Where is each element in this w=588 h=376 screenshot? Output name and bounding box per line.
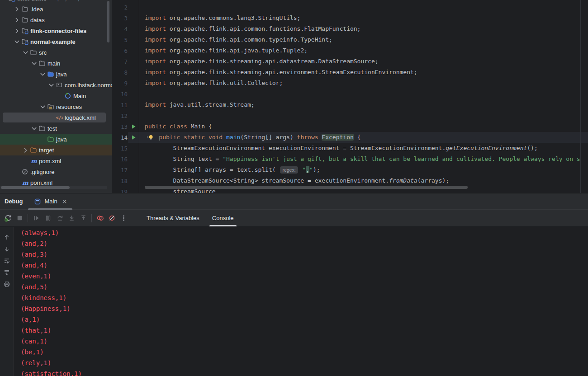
tree-item-label: Main	[73, 93, 86, 99]
code-line-14[interactable]: public static void main(String[] args) t…	[145, 132, 588, 143]
code-line-11[interactable]: import java.util.stream.Stream;	[145, 99, 588, 110]
folder-icon	[29, 49, 38, 56]
more-button[interactable]	[118, 212, 129, 224]
gutter-icon-slot	[130, 47, 137, 54]
tree-item-target[interactable]: target	[0, 145, 112, 155]
code-line-6[interactable]: import org.apache.flink.api.java.tuple.T…	[145, 45, 588, 56]
tree-item-src[interactable]: src	[0, 47, 112, 58]
code-line-4[interactable]: import org.apache.flink.api.common.funct…	[145, 24, 588, 34]
debugger-view-tabs: Threads & VariablesConsole	[143, 210, 243, 226]
soft-wrap-button[interactable]	[1, 255, 12, 267]
tab-console[interactable]: Console	[209, 210, 237, 226]
tree-item-flink-connector-files[interactable]: flink-connector-files	[0, 25, 112, 36]
tree-item-project-root[interactable]: flink-demo D:\projects\java\flink-demo	[0, 0, 112, 4]
gutter-icon-slot	[130, 166, 137, 174]
tree-item-com-lhstack-norma[interactable]: com.lhstack.norma	[0, 80, 112, 90]
tree-item-java[interactable]: java	[0, 69, 112, 80]
tree-item-datas[interactable]: datas	[0, 14, 112, 25]
tree-item-logback-xml[interactable]: </>logback.xml	[0, 112, 112, 123]
gutter-icon-slot	[130, 58, 137, 65]
chevron-down-icon[interactable]	[39, 70, 47, 78]
close-icon[interactable]: ✕	[62, 198, 67, 205]
chevron-right-icon[interactable]	[13, 16, 21, 24]
gutter-line-15: 15	[112, 143, 139, 154]
resources-folder-icon	[47, 103, 55, 110]
print-button[interactable]	[1, 278, 12, 290]
console-output[interactable]: (always,1)(and,2)(and,3)(and,4)(even,1)(…	[14, 227, 588, 376]
chevron-down-icon[interactable]	[13, 38, 21, 45]
code-line-7[interactable]: import org.apache.flink.streaming.api.da…	[145, 56, 588, 67]
project-tree-horizontal-scrollbar[interactable]	[1, 186, 70, 189]
chevron-down-icon[interactable]	[47, 81, 55, 89]
chevron-right-icon[interactable]	[22, 146, 29, 154]
code-token: throws	[297, 134, 322, 141]
console-line: (and,5)	[21, 282, 588, 292]
tree-item-pom-xml[interactable]: mpom.xml	[0, 155, 112, 166]
arrow-down-button[interactable]	[1, 243, 12, 255]
debug-header: Debug Main ✕	[0, 193, 588, 210]
maven-icon: m	[21, 179, 29, 186]
gutter-line-12: 12	[112, 110, 139, 121]
intention-bulb-icon[interactable]	[146, 134, 154, 141]
chevron-down-icon[interactable]	[30, 125, 38, 132]
gutter-icon-slot	[130, 25, 137, 33]
gutter-icon-slot	[130, 80, 137, 87]
tree-item-main[interactable]: Main	[0, 90, 112, 101]
code-line-8[interactable]: import org.apache.flink.streaming.api.en…	[145, 67, 588, 78]
svg-text:m: m	[31, 158, 37, 164]
code-line-12[interactable]	[145, 110, 588, 121]
gutter-line-5: 5	[112, 34, 139, 45]
tree-item-java[interactable]: java	[0, 134, 112, 145]
run-line-icon[interactable]	[130, 134, 137, 141]
arrow-up-button[interactable]	[1, 231, 12, 243]
code-editor[interactable]: 2345678910111213141516171819 import org.…	[112, 0, 588, 193]
editor-horizontal-scrollbar[interactable]	[145, 186, 468, 189]
scroll-end-button[interactable]	[1, 267, 12, 278]
code-line-2[interactable]	[145, 2, 588, 13]
project-tree-vertical-scrollbar[interactable]	[107, 1, 109, 42]
code-token: import	[145, 36, 170, 43]
debug-session-tab-main[interactable]: Main ✕	[28, 193, 72, 209]
code-line-13[interactable]: public class Main {	[145, 121, 588, 132]
tree-item--idea[interactable]: .idea	[0, 4, 112, 14]
debug-window-title: Debug	[5, 198, 23, 205]
code-line-18[interactable]: DataStreamSource<String> streamSource = …	[145, 175, 588, 186]
chevron-down-icon[interactable]	[30, 60, 38, 67]
tree-item--gitignore[interactable]: .gitignore	[0, 166, 112, 177]
view-breakpoints-button[interactable]	[94, 212, 106, 224]
tree-item-normal-example[interactable]: normal-example	[0, 36, 112, 47]
code-token: org.apache.commons.lang3.StringUtils;	[170, 14, 301, 21]
chevron-right-icon[interactable]	[13, 27, 21, 34]
code-token: (arrays);	[417, 177, 449, 184]
code-token: );	[313, 166, 320, 173]
code-token: org.apache.flink.streaming.api.datastrea…	[170, 58, 379, 65]
code-line-17[interactable]: String[] arrays = text.split( regex: ","…	[145, 164, 588, 175]
tab-threads-variables[interactable]: Threads & Variables	[143, 210, 203, 226]
chevron-spacer	[13, 168, 21, 175]
chevron-right-icon[interactable]	[13, 5, 21, 13]
code-token: java.util.stream.Stream;	[170, 101, 255, 108]
clear-button[interactable]	[1, 290, 12, 302]
code-token: public class	[145, 123, 191, 130]
line-number: 8	[112, 69, 128, 76]
rerun-button[interactable]	[2, 212, 14, 224]
tree-item-label: target	[39, 147, 54, 154]
code-line-15[interactable]: StreamExecutionEnvironment executionEnvi…	[145, 143, 588, 154]
mute-breakpoints-button[interactable]	[106, 212, 118, 224]
class-icon	[64, 92, 72, 99]
toolbar-separator	[91, 214, 92, 222]
code-line-10[interactable]	[145, 89, 588, 99]
chevron-spacer	[39, 136, 47, 143]
code-line-9[interactable]: import org.apache.flink.util.Collector;	[145, 78, 588, 89]
tree-item-main[interactable]: main	[0, 58, 112, 69]
tree-item-test[interactable]: test	[0, 123, 112, 134]
run-line-icon[interactable]	[130, 123, 137, 130]
tree-item-resources[interactable]: resources	[0, 101, 112, 112]
code-line-3[interactable]: import org.apache.commons.lang3.StringUt…	[145, 13, 588, 24]
code-line-16[interactable]: String text = "Happiness isn't just a gi…	[145, 154, 588, 164]
code-token: ,	[306, 166, 309, 173]
code-line-5[interactable]: import org.apache.flink.api.common.typei…	[145, 34, 588, 45]
chevron-down-icon[interactable]	[39, 103, 47, 110]
line-number: 13	[112, 123, 128, 130]
chevron-down-icon[interactable]	[22, 49, 29, 56]
